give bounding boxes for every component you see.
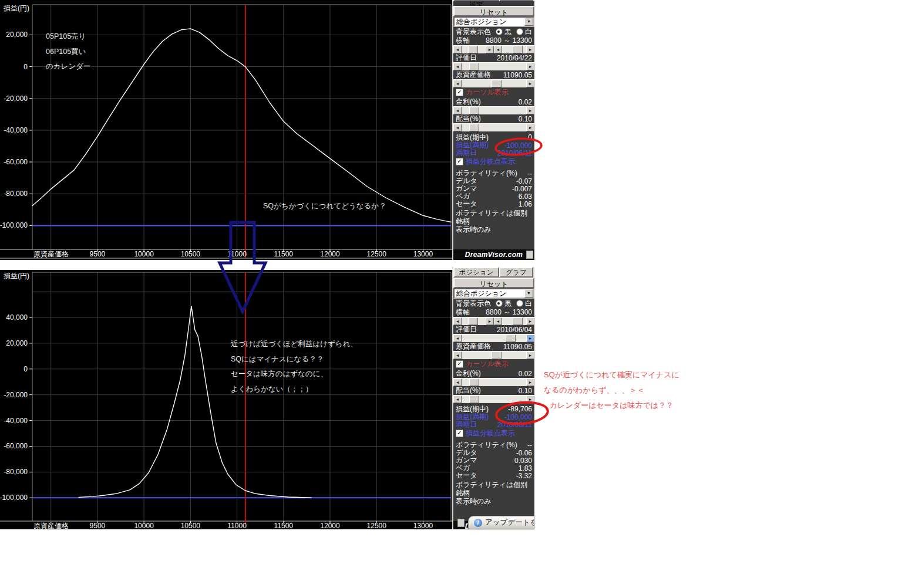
y-tick-label: -20,000 (4, 94, 28, 103)
option-settings-panel-bottom: ポジション設定グラフリセット総合ポジション▼背景表示色黒白横軸8800 ～ 13… (452, 267, 534, 529)
tab-graph[interactable]: グラフ (499, 0, 533, 1)
scroll-right-icon[interactable]: ► (526, 46, 534, 53)
scroll-right-icon[interactable]: ► (526, 63, 534, 70)
rate-row: 金利(%)0.02 (453, 369, 534, 378)
eval-date-row: 評価日2010/04/22 (453, 53, 534, 62)
position-select[interactable]: 総合ポジション▼ (453, 288, 534, 299)
option-settings-panel-top: ポジション設定グラフリセット総合ポジション▼背景表示色黒白横軸8800 ～ 13… (452, 0, 534, 260)
scroll-right-icon[interactable]: ► (486, 317, 494, 325)
breakeven-checkbox[interactable]: ✓ (456, 430, 463, 437)
x-tick-label: 9500 (90, 250, 106, 258)
position-select[interactable]: 総合ポジション▼ (453, 16, 534, 27)
scroll-right-icon[interactable]: ► (526, 334, 534, 342)
haxis-row-label: 横軸 (456, 307, 470, 317)
x-tick-label: 13000 (413, 522, 433, 529)
dividend-scrollbar-thumb[interactable] (469, 396, 479, 403)
tab-graph[interactable]: グラフ (499, 267, 533, 278)
pl-exp-row-value: -100,000 (504, 413, 532, 421)
cursor-checkbox[interactable]: ✓ (456, 89, 463, 96)
underlying-scrollbar-thumb[interactable] (492, 80, 502, 87)
eval-date-row-value: 2010/04/22 (497, 54, 532, 62)
rate-row-value: 0.02 (519, 370, 532, 378)
haxis-row-value: 8800 ～ 13300 (486, 307, 532, 317)
scroll-right-icon[interactable]: ► (526, 396, 534, 403)
breakeven-row: ✓損益分岐点表示 (453, 428, 534, 438)
underlying-scrollbar[interactable]: ◄► (453, 79, 534, 87)
tab-position-settings[interactable]: ポジション設定 (453, 267, 499, 278)
haxis-scrollbars[interactable]: ◄►◄► (453, 317, 534, 325)
dividend-scrollbar-thumb[interactable] (469, 124, 479, 131)
scroll-left-icon[interactable]: ◄ (453, 80, 462, 87)
payoff-chart-bottom[interactable]: 40,00020,0000-20,000-40,000-60,000-80,00… (0, 270, 452, 529)
scroll-left-icon[interactable]: ◄ (494, 317, 502, 325)
underlying-scrollbar-track[interactable] (462, 352, 526, 359)
scroll-left-icon[interactable]: ◄ (453, 124, 462, 131)
breakeven-checkbox[interactable]: ✓ (456, 158, 463, 165)
scroll-right-icon[interactable]: ► (526, 317, 534, 325)
radio-white[interactable] (516, 28, 523, 35)
rate-scrollbar[interactable]: ◄► (453, 378, 534, 386)
theta-row-value: 1.06 (519, 200, 532, 208)
y-tick-label: -60,000 (4, 158, 28, 166)
eval-date-scrollbar[interactable]: ◄► (453, 334, 534, 342)
dividend-scrollbar-track[interactable] (462, 396, 526, 403)
expiry-row-value: 2010/06/11 (497, 149, 532, 157)
scroll-left-icon[interactable]: ◄ (453, 396, 462, 403)
scroll-right-icon[interactable]: ► (526, 107, 534, 114)
chevron-down-icon[interactable]: ▼ (524, 18, 533, 26)
haxis-row-label: 横軸 (456, 36, 470, 46)
vol-row-value: -- (527, 441, 532, 450)
scroll-left-icon[interactable]: ◄ (494, 46, 502, 53)
haxis-row-value: 8800 ～ 13300 (486, 36, 532, 46)
rate-scrollbar[interactable]: ◄► (453, 106, 534, 114)
reset-button[interactable]: リセット (453, 278, 534, 288)
radio-white-label: 白 (525, 299, 532, 309)
cursor-checkbox[interactable]: ✓ (456, 360, 463, 368)
eval-date-scrollbar[interactable]: ◄► (453, 62, 534, 70)
underlying-row: 原資産価格11090.05 (453, 70, 534, 79)
x-tick-label: 12500 (367, 250, 387, 258)
y-tick-label: -40,000 (4, 417, 28, 425)
radio-black[interactable] (496, 300, 503, 307)
dividend-row: 配当(%)0.10 (453, 386, 534, 395)
scroll-right-icon[interactable]: ► (526, 80, 534, 87)
dividend-scrollbar[interactable]: ◄► (453, 395, 534, 403)
y-tick-label: -60,000 (4, 442, 28, 450)
underlying-scrollbar-thumb[interactable] (492, 352, 502, 359)
handwritten-note-3: カレンダーはセータは味方では？？ (550, 400, 674, 411)
y-tick-label: -80,000 (4, 468, 28, 476)
x-tick-label: 11500 (274, 250, 294, 258)
x-tick-label: 10500 (181, 250, 201, 258)
position-select-value: 総合ポジション (455, 289, 524, 299)
scrollbar-fragment[interactable] (526, 251, 533, 259)
underlying-scrollbar[interactable]: ◄► (453, 351, 534, 359)
eval-date-row-value: 2010/06/04 (497, 326, 532, 334)
radio-black-label: 黒 (504, 27, 511, 37)
reset-button[interactable]: リセット (453, 6, 534, 16)
eval-date-scrollbar-thumb[interactable] (506, 334, 516, 342)
tab-position-settings[interactable]: ポジション設定 (453, 0, 499, 1)
breakeven-label: 損益分岐点表示 (466, 428, 515, 438)
vol-note: ボラティリティは個別銘柄表示時のみ (453, 209, 534, 234)
update-notification[interactable]: i アップデートを (468, 516, 534, 529)
scroll-left-icon[interactable]: ◄ (453, 352, 462, 359)
underlying-row-value: 11090.05 (503, 71, 532, 79)
bg-color-label: 背景表示色 (456, 299, 491, 309)
underlying-scrollbar-track[interactable] (462, 80, 526, 87)
sq-question-note: SQがちかづくにつれてどうなるか？ (263, 202, 386, 210)
x-tick-label: 13000 (413, 250, 433, 258)
scroll-right-icon[interactable]: ► (486, 46, 494, 53)
dividend-scrollbar[interactable]: ◄► (453, 123, 534, 131)
scroll-right-icon[interactable]: ► (526, 352, 534, 359)
scroll-right-icon[interactable]: ► (526, 124, 534, 131)
x-tick-label: 10000 (134, 522, 154, 529)
scrollbar-fragment[interactable] (457, 519, 465, 527)
chevron-down-icon[interactable]: ▼ (524, 289, 533, 298)
scroll-right-icon[interactable]: ► (526, 379, 534, 386)
radio-white[interactable] (516, 300, 523, 307)
dividend-row-label: 配当(%) (456, 114, 481, 124)
radio-black[interactable] (496, 28, 503, 35)
cursor-row: ✓カーソル表示 (453, 359, 534, 369)
dividend-scrollbar-track[interactable] (462, 124, 526, 131)
haxis-scrollbars[interactable]: ◄►◄► (453, 45, 534, 53)
